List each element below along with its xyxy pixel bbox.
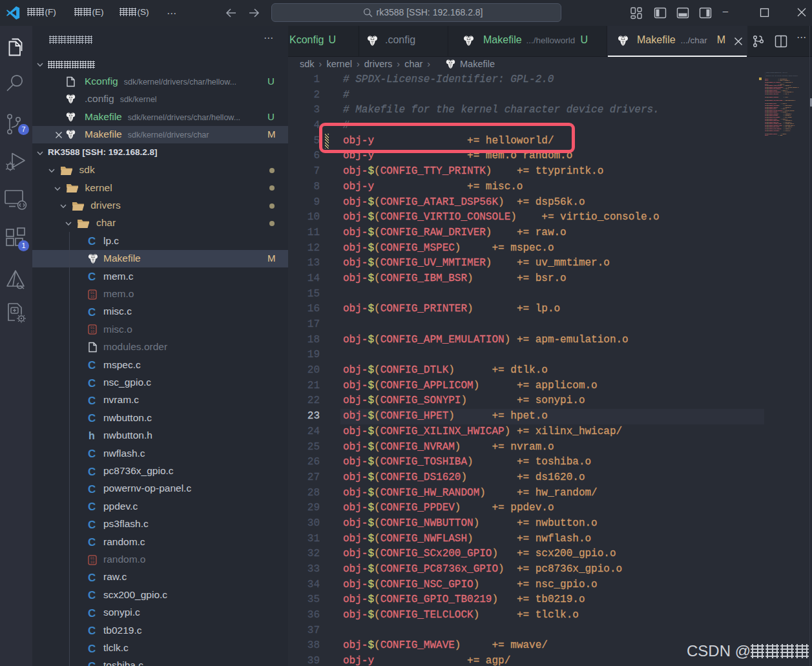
svg-text:10: 10 <box>90 294 95 298</box>
svg-text:10: 10 <box>90 559 95 564</box>
svg-text:10: 10 <box>90 329 95 334</box>
